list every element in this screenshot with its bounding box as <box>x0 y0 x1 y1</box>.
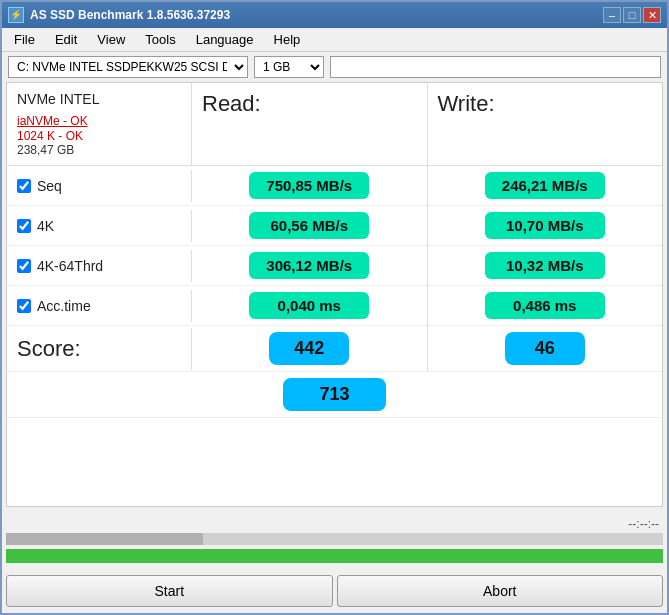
title-bar: ⚡ AS SSD Benchmark 1.8.5636.37293 – □ ✕ <box>2 2 667 28</box>
4k-label-text: 4K <box>37 218 54 234</box>
maximize-button[interactable]: □ <box>623 7 641 23</box>
header-row: NVMe INTEL iaNVMe - OK 1024 K - OK 238,4… <box>7 83 662 166</box>
drive-capacity: 238,47 GB <box>17 143 181 157</box>
window-title: AS SSD Benchmark 1.8.5636.37293 <box>30 8 230 22</box>
acctime-write-badge: 0,486 ms <box>485 292 605 319</box>
drive-select[interactable]: C: NVMe INTEL SSDPEKKW25 SCSI Disk De <box>8 56 248 78</box>
acctime-label: Acc.time <box>7 290 192 322</box>
total-score-row: 713 <box>7 372 662 418</box>
seq-label: Seq <box>7 170 192 202</box>
menu-help[interactable]: Help <box>266 30 309 49</box>
seq-write-badge: 246,21 MB/s <box>485 172 605 199</box>
acctime-label-text: Acc.time <box>37 298 91 314</box>
menu-edit[interactable]: Edit <box>47 30 85 49</box>
seq-checkbox[interactable] <box>17 179 31 193</box>
progress-bar-green-fill <box>6 549 663 563</box>
read-header: Read: <box>192 83 428 165</box>
menu-view[interactable]: View <box>89 30 133 49</box>
seq-label-text: Seq <box>37 178 62 194</box>
main-window: ⚡ AS SSD Benchmark 1.8.5636.37293 – □ ✕ … <box>0 0 669 615</box>
score-write-section: 46 <box>428 326 663 371</box>
4k-write-badge: 10,70 MB/s <box>485 212 605 239</box>
4k64-row: 4K-64Thrd 306,12 MB/s 10,32 MB/s <box>7 246 662 286</box>
menu-file[interactable]: File <box>6 30 43 49</box>
progress-time: --:--:-- <box>6 517 663 533</box>
seq-row: Seq 750,85 MB/s 246,21 MB/s <box>7 166 662 206</box>
access-ok: iaNVMe - OK <box>17 114 88 128</box>
4k64-checkbox[interactable] <box>17 259 31 273</box>
drive-info-panel: NVMe INTEL iaNVMe - OK 1024 K - OK 238,4… <box>7 83 192 165</box>
drive-select-wrapper[interactable]: C: NVMe INTEL SSDPEKKW25 SCSI Disk De <box>8 56 248 78</box>
4k-read-badge: 60,56 MB/s <box>249 212 369 239</box>
4k64-read-badge: 306,12 MB/s <box>249 252 369 279</box>
path-input[interactable] <box>330 56 661 78</box>
score-label: Score: <box>7 328 192 370</box>
4k-write-value: 10,70 MB/s <box>428 206 663 245</box>
menu-tools[interactable]: Tools <box>137 30 183 49</box>
score-read-section: 442 <box>192 326 428 371</box>
4k-label: 4K <box>7 210 192 242</box>
progress-bar-fill <box>6 533 203 545</box>
title-bar-text: ⚡ AS SSD Benchmark 1.8.5636.37293 <box>8 7 230 23</box>
drive-name: NVMe INTEL <box>17 91 181 107</box>
score-write-badge: 46 <box>505 332 585 365</box>
app-icon: ⚡ <box>8 7 24 23</box>
time-display: --:--:-- <box>628 517 659 531</box>
4k-read-value: 60,56 MB/s <box>192 206 428 245</box>
size-ok: 1024 K - OK <box>17 129 83 143</box>
4k64-label-text: 4K-64Thrd <box>37 258 103 274</box>
seq-write-value: 246,21 MB/s <box>428 166 663 205</box>
4k-row: 4K 60,56 MB/s 10,70 MB/s <box>7 206 662 246</box>
acctime-read-badge: 0,040 ms <box>249 292 369 319</box>
4k64-label: 4K-64Thrd <box>7 250 192 282</box>
title-controls: – □ ✕ <box>603 7 661 23</box>
seq-read-badge: 750,85 MB/s <box>249 172 369 199</box>
4k64-write-badge: 10,32 MB/s <box>485 252 605 279</box>
abort-button[interactable]: Abort <box>337 575 664 607</box>
toolbar: C: NVMe INTEL SSDPEKKW25 SCSI Disk De 1 … <box>2 52 667 82</box>
size-select-wrapper[interactable]: 1 GB <box>254 56 324 78</box>
4k64-write-value: 10,32 MB/s <box>428 246 663 285</box>
acctime-write-value: 0,486 ms <box>428 286 663 325</box>
acctime-read-value: 0,040 ms <box>192 286 428 325</box>
menu-language[interactable]: Language <box>188 30 262 49</box>
write-header: Write: <box>428 83 663 165</box>
main-content: NVMe INTEL iaNVMe - OK 1024 K - OK 238,4… <box>6 82 663 507</box>
buttons-row: Start Abort <box>2 569 667 613</box>
4k64-read-value: 306,12 MB/s <box>192 246 428 285</box>
progress-bar-green <box>6 549 663 563</box>
size-select[interactable]: 1 GB <box>254 56 324 78</box>
score-read-badge: 442 <box>269 332 349 365</box>
spacer <box>7 418 662 506</box>
menu-bar: File Edit View Tools Language Help <box>2 28 667 52</box>
close-button[interactable]: ✕ <box>643 7 661 23</box>
acctime-row: Acc.time 0,040 ms 0,486 ms <box>7 286 662 326</box>
progress-bar-bg <box>6 533 663 545</box>
progress-section: --:--:-- <box>2 511 667 569</box>
minimize-button[interactable]: – <box>603 7 621 23</box>
4k-checkbox[interactable] <box>17 219 31 233</box>
total-score-badge: 713 <box>283 378 385 411</box>
seq-read-value: 750,85 MB/s <box>192 166 428 205</box>
start-button[interactable]: Start <box>6 575 333 607</box>
acctime-checkbox[interactable] <box>17 299 31 313</box>
score-row: Score: 442 46 <box>7 326 662 372</box>
